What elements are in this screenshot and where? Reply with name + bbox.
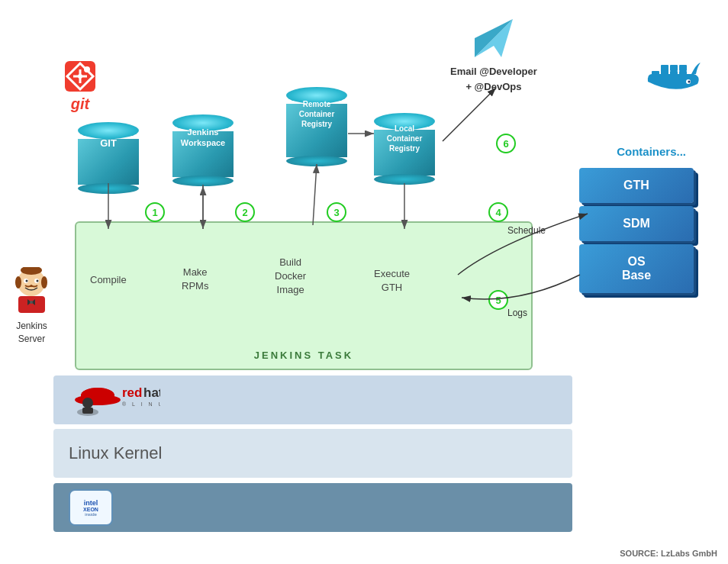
diagram: red hat ® L I N U X Linux Kernel intel X… <box>0 0 728 564</box>
linux-layer: Linux Kernel <box>53 429 572 478</box>
remote-registry-cylinder: RemoteContainerRegistry <box>286 87 347 168</box>
jenkins-icon <box>11 267 53 317</box>
svg-point-8 <box>82 398 93 408</box>
linux-kernel-label: Linux Kernel <box>69 443 162 463</box>
containers-panel: GTH SDM OSBase <box>579 168 694 296</box>
svg-rect-34 <box>18 296 45 313</box>
container-os-base: OSBase <box>579 244 694 293</box>
jenkins-ws-cylinder: JenkinsWorkspace <box>172 114 234 188</box>
svg-point-23 <box>78 74 82 79</box>
docker-logo <box>644 42 705 103</box>
task-execute-gth: ExecuteGTH <box>374 267 410 295</box>
git-cylinder: GIT <box>78 122 139 195</box>
svg-rect-14 <box>670 65 678 71</box>
git-area: git <box>61 57 99 113</box>
svg-point-33 <box>37 280 39 282</box>
step-4: 4 <box>488 202 508 222</box>
git-logo <box>61 57 99 95</box>
svg-text:hat: hat <box>143 385 160 400</box>
svg-rect-15 <box>679 65 687 71</box>
logs-label: Logs <box>507 308 527 318</box>
jenkins-task-label: JENKINS TASK <box>76 350 531 361</box>
task-compile: Compile <box>90 273 127 287</box>
svg-rect-9 <box>82 408 93 414</box>
intel-layer: intel XEON inside <box>53 483 572 532</box>
git-label: git <box>71 95 89 113</box>
step-6: 6 <box>496 134 516 153</box>
redhat-logo: red hat ® L I N U X <box>69 383 160 417</box>
container-gth: GTH <box>579 168 694 203</box>
step-2: 2 <box>235 202 255 222</box>
jenkins-server-label: JenkinsServer <box>16 320 47 346</box>
svg-line-45 <box>443 88 496 141</box>
svg-point-28 <box>15 276 21 288</box>
svg-point-22 <box>84 66 90 73</box>
email-plane-icon <box>471 15 517 61</box>
docker-area <box>644 42 705 103</box>
svg-text:red: red <box>122 385 142 400</box>
task-make-rpms: MakeRPMs <box>182 266 208 293</box>
containers-title: Containers... <box>617 145 686 158</box>
step-3: 3 <box>327 202 346 222</box>
svg-point-29 <box>41 276 47 288</box>
step-5: 5 <box>488 290 508 310</box>
redhat-layer: red hat ® L I N U X <box>53 375 572 424</box>
schedule-label: Schedule <box>507 225 546 236</box>
svg-point-37 <box>30 301 33 304</box>
source-label: SOURCE: LzLabs GmbH <box>620 549 717 558</box>
jenkins-server: JenkinsServer <box>11 267 53 346</box>
step-1: 1 <box>145 202 165 222</box>
task-build-docker: BuildDockerImage <box>275 256 306 298</box>
email-text: Email @Developer+ @DevOps <box>450 64 537 94</box>
source-keyword: SOURCE: <box>620 549 659 558</box>
email-area: Email @Developer+ @DevOps <box>450 15 537 94</box>
svg-point-32 <box>26 280 28 282</box>
container-sdm: SDM <box>579 206 694 241</box>
svg-point-18 <box>688 81 691 83</box>
intel-badge: intel XEON inside <box>69 489 113 526</box>
svg-line-46 <box>313 164 317 225</box>
svg-text:® L I N U X: ® L I N U X <box>122 401 160 407</box>
source-company: LzLabs GmbH <box>661 549 717 558</box>
local-registry-cylinder: LocalContainerRegistry <box>374 113 435 186</box>
